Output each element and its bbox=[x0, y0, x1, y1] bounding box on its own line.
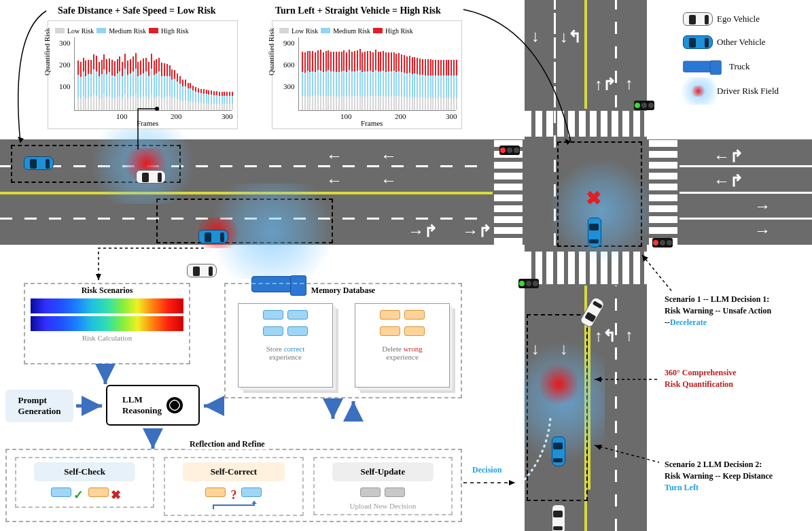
road-arrow: →↱ bbox=[408, 222, 438, 241]
other-vehicle-icon bbox=[683, 35, 713, 49]
pointer-dash bbox=[591, 373, 666, 386]
delete-card: Delete wrong experience bbox=[355, 303, 450, 388]
risk-scenarios-box: Risk Scenarios Risk Calculation bbox=[24, 283, 190, 364]
legend: Ego Vehicle Other Vehicle Truck Driver R… bbox=[683, 12, 809, 98]
legend-high: High Risk bbox=[385, 27, 413, 35]
pointer-dash bbox=[95, 245, 211, 286]
xtick: 300 bbox=[446, 112, 457, 120]
road-arrow: ↑ bbox=[625, 75, 633, 93]
scenario1-text: Scenario 1 -- LLM Decision 1: Risk Warni… bbox=[665, 294, 807, 328]
other-vehicle bbox=[198, 230, 228, 243]
road-arrow: ←↱ bbox=[713, 171, 743, 190]
chart2: Low Risk Medium Risk High Risk Quantifie… bbox=[272, 20, 462, 129]
legend-label: Ego Vehicle bbox=[717, 14, 760, 24]
traffic-light-green bbox=[634, 101, 654, 110]
xtick: 200 bbox=[395, 112, 406, 120]
other-vehicle bbox=[588, 218, 601, 247]
legend-med: Medium Risk bbox=[109, 27, 146, 35]
chart2-title: Turn Left + Straight Vehicle = High Risk bbox=[275, 5, 441, 16]
llm-icon bbox=[166, 396, 183, 414]
store-card: Store correct experience bbox=[238, 303, 333, 388]
zebra-right bbox=[649, 139, 677, 245]
self-correct: Self-Correct ? bbox=[164, 457, 303, 516]
pointer-arrow bbox=[135, 105, 162, 156]
memory-db-title: Memory Database bbox=[226, 286, 461, 296]
decision-label: Decision bbox=[472, 465, 501, 475]
lane-dash-v4 bbox=[615, 286, 617, 531]
risk-scenarios-title: Risk Scenarios bbox=[25, 286, 189, 296]
legend-high: High Risk bbox=[161, 27, 189, 35]
scenario2-text: Scenario 2 LLM Decision 2: Risk Warning … bbox=[665, 459, 807, 493]
road-arrow: → bbox=[754, 222, 771, 240]
ytick: 600 bbox=[283, 61, 295, 69]
heatmap-strip bbox=[31, 316, 183, 331]
ytick: 300 bbox=[59, 39, 71, 47]
ytick: 200 bbox=[59, 61, 71, 69]
ytick: 100 bbox=[59, 82, 71, 90]
annot-360: 360° Comprehensive Risk Quantification bbox=[665, 367, 807, 390]
ytick: 300 bbox=[283, 82, 295, 90]
xtick: 100 bbox=[116, 112, 128, 120]
prompt-box: Prompt Generation bbox=[5, 390, 73, 422]
self-update: Self-Update Upload New Decision bbox=[313, 457, 453, 515]
turn-left-arc bbox=[516, 415, 571, 490]
risk-glow bbox=[550, 156, 652, 265]
reflection-box: Reflection and Refine Self-Check ✓ ✖ Sel… bbox=[5, 449, 462, 522]
memory-db-box: Memory Database Store correct experience… bbox=[224, 283, 462, 398]
zebra-left bbox=[494, 139, 523, 245]
pointer-arrow bbox=[7, 7, 54, 150]
legend-label: Driver Risk Field bbox=[717, 86, 779, 97]
road-arrow: → bbox=[754, 197, 771, 216]
road-arrow: ← bbox=[381, 147, 397, 165]
legend-low: Low Risk bbox=[67, 27, 94, 35]
legend-label: Truck bbox=[729, 61, 750, 72]
road-arrow: ← bbox=[381, 171, 397, 190]
self-check: Self-Check ✓ ✖ bbox=[15, 457, 154, 508]
road-arrow: ←↱ bbox=[713, 147, 743, 166]
risk-calc-label: Risk Calculation bbox=[25, 334, 189, 342]
lane-solid-r3 bbox=[679, 218, 812, 220]
legend-label: Other Vehicle bbox=[717, 37, 766, 48]
collision-x-icon: ✖ bbox=[586, 187, 601, 209]
risk-field-icon bbox=[683, 84, 713, 98]
road-arrow: ↑↱ bbox=[595, 75, 616, 94]
pointer-dash bbox=[639, 252, 679, 299]
llm-box: LLM Reasoning bbox=[106, 385, 200, 426]
decision-arrow bbox=[462, 476, 523, 490]
heatmap-strip bbox=[31, 298, 183, 313]
chart1-title: Safe Distance + Safe Speed = Low Risk bbox=[58, 5, 216, 16]
road-arrow: ↑ bbox=[625, 326, 633, 345]
chart2-ylabel: Quantified Risk bbox=[267, 28, 275, 75]
xtick: 100 bbox=[340, 112, 352, 120]
other-vehicle bbox=[24, 156, 54, 170]
ego-vehicle-icon bbox=[683, 12, 713, 26]
traffic-light-red bbox=[652, 238, 673, 247]
truck-icon bbox=[683, 61, 721, 73]
xtick: 200 bbox=[171, 112, 182, 120]
legend-low: Low Risk bbox=[292, 27, 318, 35]
road-arrow: ← bbox=[326, 147, 342, 165]
lane-solid-r1 bbox=[679, 165, 812, 167]
traffic-light-green bbox=[518, 279, 539, 288]
ego-vehicle bbox=[552, 504, 565, 531]
risk-glow bbox=[540, 360, 578, 408]
xtick: 300 bbox=[222, 112, 233, 120]
ytick: 900 bbox=[283, 39, 295, 47]
legend-med: Medium Risk bbox=[333, 27, 370, 35]
refine-title: Reflection and Refine bbox=[187, 439, 268, 449]
chart2-xlabel: Frames bbox=[361, 119, 383, 127]
svg-point-1 bbox=[166, 397, 183, 413]
lane-solid-r2 bbox=[679, 192, 812, 194]
pointer-arrow bbox=[462, 5, 591, 148]
pointer-dash bbox=[591, 442, 666, 469]
road-arrow: →↱ bbox=[462, 222, 492, 241]
ego-vehicle bbox=[136, 170, 166, 184]
